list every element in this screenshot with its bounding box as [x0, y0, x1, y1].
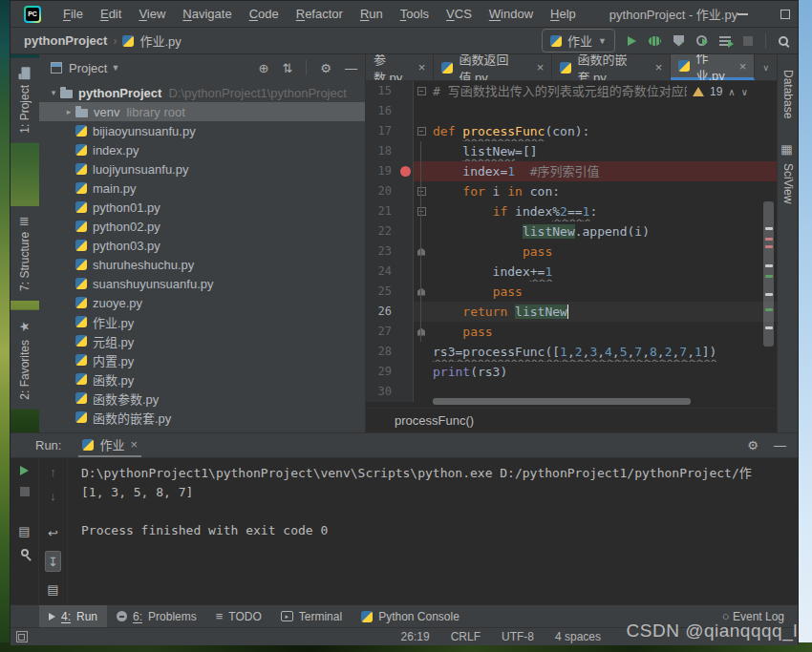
maximize-icon[interactable] — [780, 10, 790, 19]
toolwindow-button-problems[interactable]: 6:Problems — [107, 605, 206, 627]
editor-tab-函数的嵌套.py[interactable]: 函数的嵌套.py× — [552, 54, 671, 80]
stop-button[interactable] — [20, 487, 30, 496]
up-stacktrace-icon[interactable]: ↑ — [50, 466, 56, 478]
gear-icon[interactable]: ⚙ — [747, 439, 759, 452]
tree-item-suanshuyunsuanfu.py[interactable]: suanshuyunsuanfu.py — [39, 274, 365, 293]
toolwindow-button-todo[interactable]: ≡TODO — [206, 605, 271, 627]
error-stripe[interactable] — [763, 81, 775, 408]
debug-button[interactable] — [649, 36, 661, 46]
tree-item-作业.py[interactable]: 作业.py — [39, 312, 365, 331]
tree-item-venv[interactable]: ▸venvlibrary root — [39, 102, 365, 121]
stop-button[interactable] — [743, 36, 753, 46]
run-concurrency-button[interactable] — [719, 36, 731, 46]
editor-line-29[interactable]: 29print(rs3) — [366, 362, 777, 382]
tree-item-内置.py[interactable]: 内置.py — [39, 350, 365, 369]
hide-panel-icon[interactable]: — — [774, 439, 786, 452]
gear-icon[interactable]: ⚙ — [320, 62, 331, 74]
tree-item-函数参数.py[interactable]: 函数参数.py — [39, 389, 365, 408]
fold-marker[interactable]: − — [414, 121, 429, 141]
fold-marker[interactable] — [414, 282, 429, 302]
code-editor[interactable]: 15−# 写函数找出传入的列表或元组的奇数位对应的元1617−def proce… — [366, 81, 777, 408]
menu-file[interactable]: File — [54, 7, 92, 21]
scrollbar-thumb[interactable] — [763, 201, 774, 347]
fold-end-icon[interactable] — [417, 248, 425, 256]
fold-end-icon[interactable] — [417, 328, 425, 336]
fold-marker[interactable]: − — [414, 181, 429, 201]
toolwindow-tab-2-favorites[interactable]: 2: Favorites★ — [11, 310, 39, 410]
status-widget-26-19[interactable]: 26:19 — [401, 630, 430, 643]
fold-collapse-icon[interactable]: − — [417, 87, 426, 95]
menu-help[interactable]: Help — [542, 7, 585, 21]
breadcrumb-project[interactable]: pythonProject — [24, 33, 107, 48]
toolwindow-tab-database[interactable]: Database — [781, 62, 795, 118]
fold-end-icon[interactable] — [417, 288, 425, 296]
editor-line-27[interactable]: 27 pass — [366, 322, 777, 342]
tree-item-python01.py[interactable]: python01.py — [39, 198, 365, 217]
rerun-button[interactable] — [20, 466, 29, 475]
close-tab-icon[interactable]: × — [655, 60, 663, 74]
tree-item-函数的嵌套.py[interactable]: 函数的嵌套.py — [39, 408, 365, 427]
editor-line-20[interactable]: 20− for i in con: — [366, 181, 777, 201]
close-icon[interactable]: × — [130, 437, 138, 452]
toolwindow-button-python-console[interactable]: Python Console — [352, 605, 469, 627]
fold-collapse-icon[interactable]: − — [417, 207, 426, 216]
project-panel-title[interactable]: Project — [69, 61, 107, 75]
run-console[interactable]: D:\pythonProject1\pythonProject\venv\Scr… — [68, 458, 798, 604]
profiler-button[interactable] — [696, 35, 707, 46]
soft-wrap-icon[interactable]: ↩ — [48, 527, 58, 539]
next-warning-icon[interactable]: ∨ — [741, 87, 748, 97]
run-button[interactable] — [628, 36, 636, 46]
editor-tab-函数返回值.py[interactable]: 函数返回值.py× — [434, 54, 552, 80]
tree-chevron-icon[interactable]: ▸ — [62, 107, 75, 116]
editor-line-19[interactable]: 19 index=1 #序列索引值 — [366, 161, 777, 181]
tree-item-bijiaoyunsuanfu.py[interactable]: bijiaoyunsuanfu.py — [39, 121, 365, 140]
close-tab-icon[interactable]: × — [739, 59, 747, 74]
editor-line-17[interactable]: 17−def processFunc(con): — [366, 121, 777, 141]
menu-run[interactable]: Run — [352, 7, 392, 21]
tree-item-python03.py[interactable]: python03.py — [39, 236, 365, 255]
collapse-all-icon[interactable]: ⇅ — [282, 62, 292, 74]
breakpoint-icon[interactable] — [400, 166, 411, 177]
fold-collapse-icon[interactable]: − — [417, 187, 426, 196]
menu-tools[interactable]: Tools — [392, 7, 438, 21]
status-widget-crlf[interactable]: CRLF — [451, 630, 481, 643]
tree-item-pythonProject[interactable]: ▾pythonProjectD:\pythonProject1\pythonPr… — [39, 83, 365, 102]
editor-breadcrumb[interactable]: processFunc() — [395, 413, 474, 428]
search-everywhere-icon[interactable] — [779, 36, 788, 46]
scroll-to-end-icon[interactable]: ↧ — [48, 556, 58, 568]
pin-tab-icon[interactable] — [21, 549, 29, 557]
minimize-icon[interactable] — [737, 13, 748, 15]
editor-line-23[interactable]: 23 pass — [366, 242, 777, 262]
tree-item-main.py[interactable]: main.py — [39, 179, 365, 198]
prev-warning-icon[interactable]: ∧ — [728, 87, 735, 97]
toolwindow-button-run[interactable]: 4:Run — [39, 605, 107, 627]
tree-item-python02.py[interactable]: python02.py — [39, 217, 365, 236]
editor-line-21[interactable]: 21− if index%2==1: — [366, 201, 777, 221]
close-tab-icon[interactable]: × — [418, 60, 426, 74]
menu-navigate[interactable]: Navigate — [174, 7, 240, 21]
fold-marker[interactable]: − — [414, 81, 429, 101]
fold-marker[interactable] — [414, 322, 429, 342]
editor-line-24[interactable]: 24 index+=1 — [366, 262, 777, 282]
tree-chevron-icon[interactable]: ▾ — [47, 88, 60, 97]
menu-code[interactable]: Code — [241, 7, 288, 21]
menu-vcs[interactable]: VCS — [438, 7, 481, 21]
tree-item-shuruheshuchu.py[interactable]: shuruheshuchu.py — [39, 255, 365, 274]
editor-line-26[interactable]: 26 return listNew — [366, 302, 777, 322]
restore-layout-icon[interactable]: ▤ — [18, 525, 30, 537]
editor-tab-参数.py[interactable]: 参数.py× — [366, 54, 434, 80]
print-icon[interactable]: ▤ — [47, 583, 58, 596]
hide-panel-icon[interactable]: — — [345, 62, 357, 74]
horizontal-scrollbar[interactable] — [433, 398, 691, 405]
toolwindow-tab-7-structure[interactable]: 7: Structure≣ — [11, 206, 39, 301]
chevron-down-icon[interactable]: ∨ — [762, 63, 769, 73]
tree-item-index.py[interactable]: index.py — [39, 140, 365, 159]
fold-marker[interactable]: − — [414, 201, 429, 221]
run-with-coverage-button[interactable] — [673, 35, 684, 47]
editor-tab-作业.py[interactable]: 作业.py× — [671, 54, 755, 80]
toolwindow-toggle-icon[interactable] — [16, 631, 28, 642]
tree-item-luojiyunsuanfu.py[interactable]: luojiyunsuanfu.py — [39, 159, 365, 179]
tree-item-zuoye.py[interactable]: zuoye.py — [39, 293, 365, 312]
menu-view[interactable]: View — [130, 7, 174, 21]
tree-item-函数.py[interactable]: 函数.py — [39, 369, 365, 389]
